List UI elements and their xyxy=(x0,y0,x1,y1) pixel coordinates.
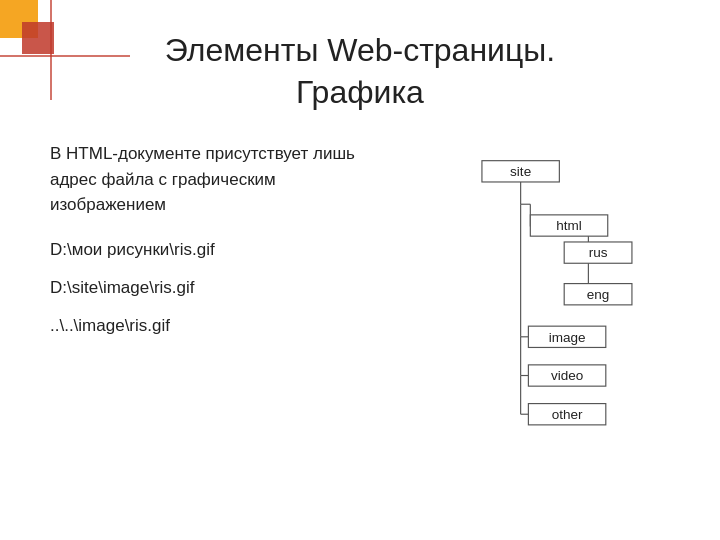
deco-red xyxy=(22,22,54,54)
svg-text:eng: eng xyxy=(587,287,610,302)
svg-text:rus: rus xyxy=(589,246,608,261)
slide: Элементы Web-страницы. Графика В HTML-до… xyxy=(0,0,720,540)
left-column: В HTML-документе присутствует лишь адрес… xyxy=(50,141,390,354)
title-line2: Графика xyxy=(296,74,424,110)
title-section: Элементы Web-страницы. Графика xyxy=(50,30,670,113)
svg-text:other: other xyxy=(552,407,583,422)
path-absolute-site: D:\site\image\ris.gif xyxy=(50,278,380,298)
svg-text:image: image xyxy=(549,330,586,345)
tree-diagram: site html rus eng image video other xyxy=(410,141,670,455)
path-relative: ..\..\image\ris.gif xyxy=(50,316,380,336)
intro-text: В HTML-документе присутствует лишь адрес… xyxy=(50,141,380,218)
svg-text:site: site xyxy=(510,164,531,179)
svg-text:html: html xyxy=(556,219,582,234)
svg-text:video: video xyxy=(551,369,583,384)
content-area: В HTML-документе присутствует лишь адрес… xyxy=(50,141,670,455)
page-title: Элементы Web-страницы. Графика xyxy=(50,30,670,113)
title-line1: Элементы Web-страницы. xyxy=(165,32,555,68)
path-absolute-local: D:\мои рисунки\ris.gif xyxy=(50,240,380,260)
tree-svg: site html rus eng image video other xyxy=(410,151,670,451)
